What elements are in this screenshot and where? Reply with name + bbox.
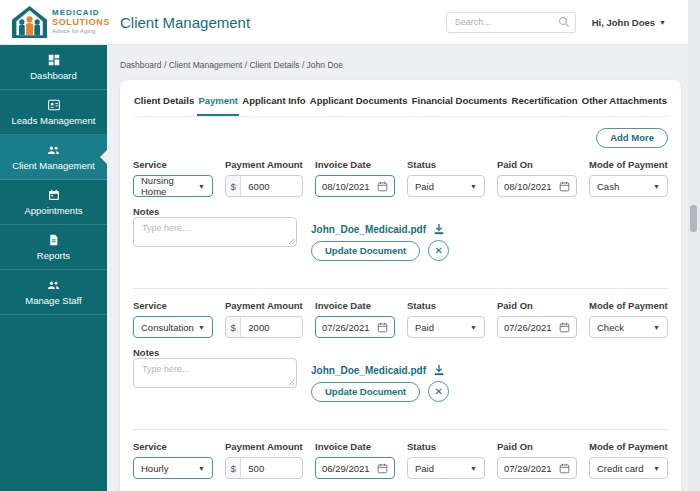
- service-label: Service: [133, 300, 213, 311]
- tab-financial-documents[interactable]: Financial Documents: [411, 88, 509, 116]
- tab-client-details[interactable]: Client Details: [133, 88, 195, 116]
- download-icon[interactable]: [433, 364, 445, 376]
- tab-bar: Client Details Payment Applicant Info Ap…: [133, 88, 668, 117]
- service-select[interactable]: Hourly ▼: [133, 457, 213, 479]
- currency-prefix: $: [226, 458, 241, 478]
- calendar-icon: [559, 322, 570, 333]
- chevron-down-icon: ▼: [470, 324, 477, 331]
- chevron-down-icon: ▼: [653, 324, 660, 331]
- payment-amount-field: $: [225, 457, 303, 479]
- update-document-button[interactable]: Update Document: [311, 382, 420, 402]
- status-select[interactable]: Paid ▼: [407, 457, 485, 479]
- search-icon[interactable]: [558, 16, 570, 28]
- currency-prefix: $: [226, 317, 241, 337]
- close-icon: ✕: [435, 387, 443, 397]
- notes-label: Notes: [133, 206, 159, 217]
- user-menu[interactable]: Hi, John Does ▼: [592, 17, 666, 28]
- invoice-date-field[interactable]: 07/26/2021: [315, 316, 395, 338]
- top-header: MEDICAID SOLUTIONS Advice for Aging Clie…: [0, 0, 688, 45]
- main-content: Dashboard / Client Management / Client D…: [107, 45, 688, 491]
- payment-section: Service Consultation ▼ Payment Amount $ …: [133, 288, 668, 429]
- payments-list: Service Nursing Home ▼ Payment Amount $ …: [133, 159, 668, 491]
- paid-on-field[interactable]: 08/10/2021: [497, 175, 577, 197]
- document-link[interactable]: John_Doe_Medicaid.pdf: [311, 365, 426, 376]
- paid-on-field[interactable]: 07/29/2021: [497, 457, 577, 479]
- payment-amount-input[interactable]: [241, 181, 302, 192]
- tab-applicant-documents[interactable]: Applicant Documents: [309, 88, 409, 116]
- tab-applicant-info[interactable]: Applicant Info: [241, 88, 306, 116]
- staff-icon: [46, 278, 61, 292]
- close-icon: ✕: [435, 246, 443, 256]
- user-greeting: Hi, John Does: [592, 17, 655, 28]
- sidebar-item-reports[interactable]: Reports: [0, 225, 107, 270]
- document-link[interactable]: John_Doe_Medicaid.pdf: [311, 224, 426, 235]
- sidebar-item-appointments[interactable]: Appointments: [0, 180, 107, 225]
- notes-textarea[interactable]: [133, 217, 297, 247]
- payment-amount-label: Payment Amount: [225, 441, 303, 452]
- remove-document-button[interactable]: ✕: [428, 381, 449, 402]
- appointments-calendar-icon: [47, 188, 61, 202]
- logo-tagline: Advice for Aging: [52, 28, 110, 34]
- scrollbar-thumb[interactable]: [690, 205, 697, 232]
- payment-amount-field: $: [225, 316, 303, 338]
- status-select[interactable]: Paid ▼: [407, 175, 485, 197]
- sidebar-item-client-management[interactable]: Client Management: [0, 135, 107, 180]
- scrollbar-track[interactable]: [688, 0, 700, 491]
- mode-of-payment-select[interactable]: Cash ▼: [589, 175, 668, 197]
- payment-amount-label: Payment Amount: [225, 300, 303, 311]
- chevron-down-icon: ▼: [653, 183, 660, 190]
- remove-document-button[interactable]: ✕: [428, 240, 449, 261]
- invoice-date-label: Invoice Date: [315, 300, 395, 311]
- breadcrumb[interactable]: Dashboard / Client Management / Client D…: [120, 60, 681, 70]
- service-label: Service: [133, 441, 213, 452]
- tab-payment[interactable]: Payment: [197, 88, 239, 116]
- chevron-down-icon: ▼: [198, 465, 205, 472]
- payment-amount-label: Payment Amount: [225, 159, 303, 170]
- chevron-down-icon: ▼: [659, 19, 666, 26]
- invoice-date-label: Invoice Date: [315, 159, 395, 170]
- tab-other-attachments[interactable]: Other Attachments: [581, 88, 668, 116]
- paid-on-field[interactable]: 07/26/2021: [497, 316, 577, 338]
- mode-of-payment-label: Mode of Payment: [589, 441, 668, 452]
- mode-of-payment-label: Mode of Payment: [589, 300, 668, 311]
- currency-prefix: $: [226, 176, 241, 196]
- mode-of-payment-label: Mode of Payment: [589, 159, 668, 170]
- paid-on-label: Paid On: [497, 441, 577, 452]
- notes-label: Notes: [133, 347, 159, 358]
- status-label: Status: [407, 441, 485, 452]
- sidebar-item-manage-staff[interactable]: Manage Staff: [0, 270, 107, 315]
- reports-icon: [47, 233, 60, 247]
- calendar-icon: [559, 463, 570, 474]
- chevron-down-icon: ▼: [470, 183, 477, 190]
- sidebar-item-leads-management[interactable]: Leads Management: [0, 90, 107, 135]
- chevron-down-icon: ▼: [653, 465, 660, 472]
- add-more-button[interactable]: Add More: [596, 128, 668, 148]
- payment-amount-input[interactable]: [241, 463, 302, 474]
- dashboard-icon: [47, 53, 61, 67]
- logo-name-bottom: SOLUTIONS: [52, 18, 110, 27]
- download-icon[interactable]: [433, 223, 445, 235]
- search-input[interactable]: [446, 12, 576, 33]
- content-card: Client Details Payment Applicant Info Ap…: [120, 80, 681, 491]
- mode-of-payment-select[interactable]: Credit card ▼: [589, 457, 668, 479]
- invoice-date-field[interactable]: 06/29/2021: [315, 457, 395, 479]
- update-document-button[interactable]: Update Document: [311, 241, 420, 261]
- notes-textarea[interactable]: [133, 358, 297, 388]
- payment-section: Service Hourly ▼ Payment Amount $ Invoic…: [133, 429, 668, 491]
- calendar-icon: [377, 322, 388, 333]
- calendar-icon: [377, 463, 388, 474]
- mode-of-payment-select[interactable]: Check ▼: [589, 316, 668, 338]
- status-label: Status: [407, 300, 485, 311]
- clients-icon: [46, 143, 61, 157]
- paid-on-label: Paid On: [497, 159, 577, 170]
- payment-section: Service Nursing Home ▼ Payment Amount $ …: [133, 159, 668, 288]
- service-select[interactable]: Nursing Home ▼: [133, 175, 213, 197]
- chevron-down-icon: ▼: [198, 324, 205, 331]
- header-logo[interactable]: MEDICAID SOLUTIONS Advice for Aging: [0, 4, 120, 40]
- status-select[interactable]: Paid ▼: [407, 316, 485, 338]
- sidebar-item-dashboard[interactable]: Dashboard: [0, 45, 107, 90]
- invoice-date-field[interactable]: 08/10/2021: [315, 175, 395, 197]
- tab-recertification[interactable]: Recertification: [511, 88, 579, 116]
- service-select[interactable]: Consultation ▼: [133, 316, 213, 338]
- payment-amount-input[interactable]: [241, 322, 302, 333]
